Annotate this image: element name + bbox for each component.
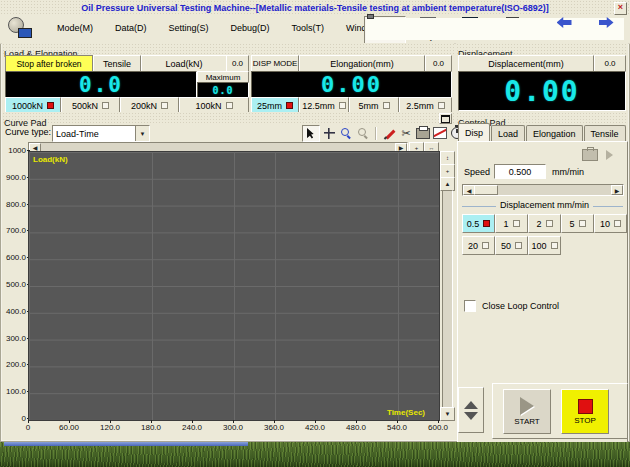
pan-tool-button[interactable] <box>321 126 337 141</box>
jog-up-icon <box>464 401 478 409</box>
play-icon[interactable] <box>606 150 613 160</box>
panel-mini-toolbar <box>582 149 613 161</box>
led-off-icon <box>515 242 522 249</box>
x-tick: 240.0 <box>175 423 209 432</box>
slider-thumb[interactable] <box>474 185 498 195</box>
start-label: START <box>514 417 539 426</box>
chevron-down-icon[interactable]: ▼ <box>135 126 149 141</box>
scissors-icon: ✂ <box>401 128 410 139</box>
briefcase-icon[interactable] <box>582 149 598 161</box>
zoom-out-button[interactable] <box>355 126 371 141</box>
elong-range-12-5mm-label: 12.5mm <box>302 101 335 111</box>
stop-button[interactable]: STOP <box>561 389 609 434</box>
speed-slider[interactable]: ◀ ▶ <box>462 184 624 196</box>
plus-icon: + <box>446 168 450 174</box>
chart-v-scrollbar[interactable] <box>442 190 453 408</box>
chart-toolbar-separator <box>375 127 377 140</box>
disp-speed-group-label: Displacement mm/min <box>496 200 593 210</box>
menu-data[interactable]: Data(D) <box>104 15 158 41</box>
elong-range-5mm-label: 5mm <box>359 101 379 111</box>
led-off-icon <box>102 102 109 109</box>
speed-btn-10[interactable]: 10 <box>594 214 627 233</box>
tab-elongation[interactable]: Elongation <box>526 125 583 141</box>
curve-type-value: Load-Time <box>53 129 135 139</box>
pointer-icon <box>307 128 316 139</box>
chart-zoom-reset-button[interactable]: + <box>440 164 455 178</box>
menu-setting[interactable]: Setting(S) <box>158 15 220 41</box>
app-window: Oil Pressure Universal Testing Machine--… <box>0 0 630 442</box>
test-type-button[interactable]: Tensile <box>93 55 141 72</box>
menu-debug[interactable]: Debug(D) <box>220 15 281 41</box>
slider-right-button[interactable]: ▶ <box>611 185 623 195</box>
close-loop-checkbox[interactable] <box>464 300 476 312</box>
speed-btn-0-5[interactable]: 0.5 <box>462 214 495 233</box>
disp-mode-button[interactable]: DISP MODE <box>251 55 299 72</box>
fit-horizontal-icon: ↔ <box>429 145 435 151</box>
load-header-value: 0.0 <box>226 55 249 72</box>
control-tabs: Disp Load Elongation Tensile <box>458 125 626 141</box>
pen-icon <box>383 127 396 140</box>
tab-tensile[interactable]: Tensile <box>584 125 626 141</box>
taskbar-edge <box>4 442 248 446</box>
menu-tools[interactable]: Tools(T) <box>281 15 336 41</box>
start-stop-panel: START STOP <box>492 383 628 439</box>
maximize-curve-button[interactable] <box>439 113 452 124</box>
led-off-icon <box>161 102 168 109</box>
start-button[interactable]: START <box>503 389 551 434</box>
y-tick: 0 <box>2 415 26 423</box>
speed-btn-100-label: 100 <box>531 241 546 251</box>
speed-btn-100[interactable]: 100 <box>528 236 561 255</box>
stop-label: STOP <box>574 416 596 425</box>
chart-fit-vertical-button[interactable]: ↕ <box>440 151 455 165</box>
load-range-500kn-label: 500kN <box>72 101 98 111</box>
plus-icon: + <box>415 145 419 151</box>
slider-right-icon: ▶ <box>615 187 620 194</box>
led-off-icon <box>614 220 621 227</box>
scroll-down-button[interactable]: ▼ <box>440 407 455 421</box>
speed-btn-0-5-label: 0.5 <box>467 219 480 229</box>
y-tick: 200.0 <box>2 361 26 369</box>
curve-style-button[interactable] <box>432 126 448 141</box>
led-off-icon <box>513 220 520 227</box>
close-loop-row: Close Loop Control <box>464 300 559 312</box>
speed-btn-2[interactable]: 2 <box>528 214 561 233</box>
speed-btn-5[interactable]: 5 <box>561 214 594 233</box>
y-tick: 600.0 <box>2 254 26 262</box>
tab-disp[interactable]: Disp <box>458 123 490 141</box>
chart-y-axis-label: Load(kN) <box>33 155 68 164</box>
elong-range-25mm-label: 25mm <box>257 101 282 111</box>
y-tick: 700.0 <box>2 227 26 235</box>
x-tick: 60.00 <box>52 423 86 432</box>
y-tick: 300.0 <box>2 335 26 343</box>
jog-down-icon <box>464 412 478 420</box>
data-button[interactable]: Data <box>492 16 532 43</box>
speed-btn-20[interactable]: 20 <box>462 236 495 255</box>
menu-mode[interactable]: Mode(M) <box>46 15 104 41</box>
jog-button[interactable] <box>458 387 484 433</box>
cut-button[interactable]: ✂ <box>398 126 414 141</box>
led-off-icon <box>482 242 489 249</box>
elong-range-2-5mm-label: 2.5mm <box>406 101 434 111</box>
curve-pad-header-strip: Curve Pad <box>2 112 454 123</box>
annotate-button[interactable] <box>381 126 397 141</box>
fit-vertical-icon: ↕ <box>446 155 449 161</box>
led-on-icon <box>483 220 490 227</box>
y-tick: 800.0 <box>2 201 26 209</box>
title-bar[interactable]: Oil Pressure Universal Testing Machine--… <box>0 0 630 15</box>
speed-input[interactable] <box>494 164 546 179</box>
print-button[interactable] <box>415 126 431 141</box>
speed-btn-50[interactable]: 50 <box>495 236 528 255</box>
curve-type-dropdown[interactable]: Load-Time ▼ <box>52 125 150 142</box>
led-on-icon <box>47 102 54 109</box>
app-logo-icon <box>7 17 33 40</box>
scroll-up-button[interactable]: ▲ <box>440 177 455 191</box>
speed-label: Speed <box>464 167 490 177</box>
disp-speed-fieldset: Displacement mm/min 0.5 1 2 5 <box>458 200 627 285</box>
speed-btn-1[interactable]: 1 <box>495 214 528 233</box>
close-button[interactable]: × <box>614 2 627 15</box>
zoom-in-button[interactable] <box>338 126 354 141</box>
x-tick: 600.0 <box>421 423 455 432</box>
menu-bar: Mode(M) Data(D) Setting(S) Debug(D) Tool… <box>0 15 630 44</box>
pointer-tool-button[interactable] <box>302 125 320 142</box>
tab-load[interactable]: Load <box>491 125 525 141</box>
